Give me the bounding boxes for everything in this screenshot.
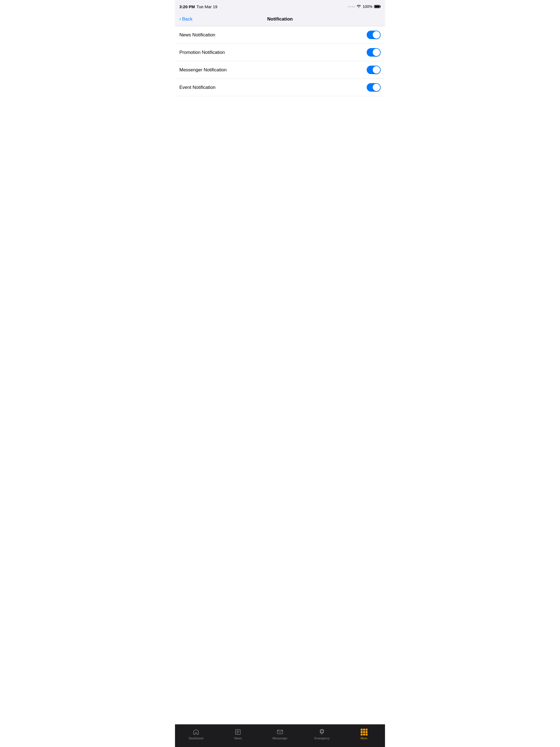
back-label: Back	[182, 17, 193, 22]
tab-label-emergency: Emergency	[314, 737, 330, 740]
dashboard-icon	[193, 728, 200, 736]
battery-percentage: 100%	[362, 4, 373, 9]
notification-item-promotion: Promotion Notification	[175, 44, 385, 61]
notification-item-messenger: Messenger Notification	[175, 61, 385, 79]
toggle-track-messenger	[367, 66, 381, 74]
notification-label-promotion: Promotion Notification	[179, 50, 225, 55]
emergency-icon	[319, 728, 326, 736]
signal-icon	[348, 6, 355, 7]
tab-more[interactable]: More	[343, 725, 385, 747]
toggle-event[interactable]	[367, 83, 381, 92]
toggle-track-news	[367, 31, 381, 39]
more-icon	[360, 728, 367, 736]
back-chevron-icon: ‹	[179, 16, 181, 22]
tab-label-dashboard: Dashboard	[189, 737, 203, 740]
toggle-promotion[interactable]	[367, 48, 381, 57]
notification-item-event: Event Notification	[175, 79, 385, 96]
tab-news[interactable]: News	[217, 725, 259, 747]
tab-emergency[interactable]: Emergency	[301, 725, 343, 747]
messenger-icon	[276, 728, 284, 736]
battery-icon	[374, 5, 381, 8]
tab-dashboard[interactable]: Dashboard	[175, 725, 217, 747]
toggle-messenger[interactable]	[367, 66, 381, 74]
notification-label-news: News Notification	[179, 32, 215, 38]
notification-item-news: News Notification	[175, 26, 385, 44]
tab-label-news: News	[234, 737, 242, 740]
nav-bar: ‹ Back Notification	[175, 12, 385, 26]
status-time: 3:20 PM	[179, 4, 195, 9]
status-bar-left: 3:20 PM Tue Mar 19	[179, 4, 218, 9]
status-date: Tue Mar 19	[197, 4, 218, 9]
tab-label-messenger: Messenger	[273, 737, 287, 740]
news-icon	[234, 728, 241, 736]
tab-messenger[interactable]: Messenger	[259, 725, 301, 747]
status-bar-right: 100%	[348, 4, 381, 9]
back-button[interactable]: ‹ Back	[179, 16, 193, 22]
toggle-track-promotion	[367, 48, 381, 57]
grid-icon	[361, 729, 367, 736]
toggle-track-event	[367, 83, 381, 92]
page-title: Notification	[267, 17, 293, 22]
toggle-news[interactable]	[367, 31, 381, 39]
tab-bar: Dashboard News Messenger	[175, 724, 385, 747]
notification-label-messenger: Messenger Notification	[179, 67, 227, 73]
status-bar: 3:20 PM Tue Mar 19 100%	[175, 0, 385, 12]
notification-label-event: Event Notification	[179, 85, 215, 90]
wifi-icon	[357, 4, 361, 9]
tab-label-more: More	[361, 737, 367, 740]
main-content: News Notification Promotion Notification…	[175, 26, 385, 747]
